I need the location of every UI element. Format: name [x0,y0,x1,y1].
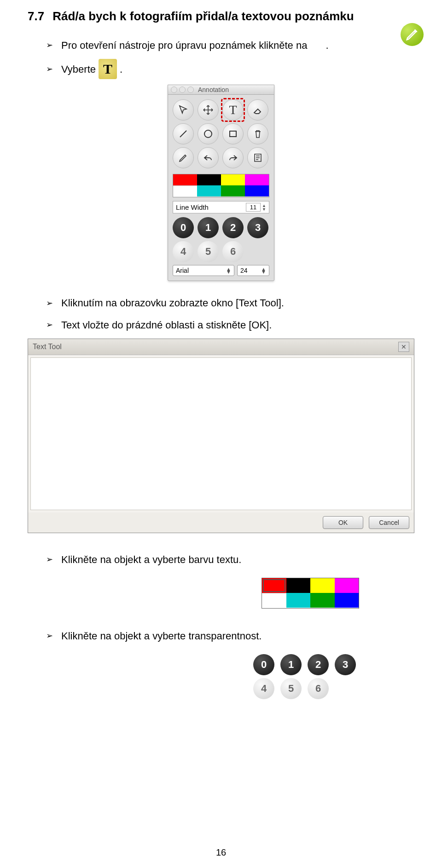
trans-5[interactable]: 5 [198,241,219,262]
ok-button[interactable]: OK [323,516,363,529]
rect-tool-button[interactable] [222,123,244,144]
text-tool-title: Text Tool [33,343,62,351]
line-width-label: Line Width [176,203,209,211]
section-heading: 7.7 Rád/a bych k fotografiím přidal/a te… [28,9,414,23]
swatch-magenta[interactable] [245,174,269,185]
color-swatch-grid [173,174,269,197]
trans-0[interactable]: 0 [173,217,194,238]
bullet-1-text-b: . [326,37,328,53]
swatch-blue[interactable] [335,593,359,608]
trans-3[interactable]: 3 [335,654,356,675]
bullet-2-text-a: Vyberte [61,61,96,77]
trans-1[interactable]: 1 [280,654,302,675]
page-number: 16 [0,847,442,858]
annotation-pencil-icon[interactable] [401,23,424,46]
t-glyph: T [103,58,112,80]
trans-5[interactable]: 5 [280,678,302,699]
bullet-arrow-icon: ➢ [46,553,53,566]
bullet-1-text-a: Pro otevření nástroje pro úpravu poznáme… [61,37,307,53]
line-tool-button[interactable] [173,123,194,144]
bullet-2: ➢ Vyberte T . [46,59,414,79]
cancel-button[interactable]: Cancel [369,516,409,529]
chevron-updown-icon: ▲▼ [261,268,266,273]
bullet-6: ➢ Klikněte na objekt a vyberte transpare… [46,628,414,644]
swatch-black[interactable] [286,578,311,593]
redo-tool-button[interactable] [222,147,244,168]
swatch-cyan[interactable] [286,593,311,608]
trans-3[interactable]: 3 [247,217,268,238]
text-tool-textarea[interactable] [30,357,412,510]
text-tool-icon[interactable]: T [99,59,117,79]
svg-rect-2 [230,131,236,137]
svg-line-0 [180,131,186,137]
swatch-cyan[interactable] [197,185,221,196]
pencil-icon [405,28,419,41]
font-size-value: 24 [240,267,248,274]
chevron-updown-icon: ▲▼ [226,268,231,273]
bullet-2-text-b: . [120,61,122,77]
line-width-row: Line Width ▲▼ [173,201,269,213]
line-width-input[interactable] [246,203,261,212]
transparency-grid-small: 0 1 2 3 4 5 6 [253,654,359,699]
trash-tool-button[interactable] [247,123,268,144]
bullet-1: ➢ Pro otevření nástroje pro úpravu pozná… [46,37,414,53]
annotation-panel: Annotation T Line Width [168,85,274,281]
bullet-3-text: Kliknutím na obrazovku zobrazte okno [Te… [61,295,284,311]
line-width-stepper[interactable]: ▲▼ [262,204,266,211]
color-swatch-grid-small [262,578,359,609]
heading-number: 7.7 [28,9,44,23]
move-tool-button[interactable] [198,99,219,121]
trans-6[interactable]: 6 [222,241,244,262]
trans-4[interactable]: 4 [173,241,194,262]
close-button[interactable]: ✕ [398,342,409,352]
selected-highlight [221,98,245,122]
trans-4[interactable]: 4 [253,678,274,699]
font-size-dropdown[interactable]: 24 ▲▼ [237,265,269,276]
bullet-6-text: Klikněte na objekt a vyberte transparent… [61,628,262,644]
eraser-tool-button[interactable] [247,99,268,121]
text-tool-window: Text Tool ✕ OK Cancel [28,339,414,533]
transparency-grid: 0 1 2 3 4 5 6 [168,217,274,265]
pointer-tool-button[interactable] [173,99,194,121]
heading-text: Rád/a bych k fotografiím přidal/a textov… [52,9,354,23]
font-name-value: Arial [176,267,189,274]
swatch-green[interactable] [221,185,245,196]
swatch-blue[interactable] [245,185,269,196]
note-tool-button[interactable] [247,147,268,168]
swatch-green[interactable] [310,593,335,608]
undo-tool-button[interactable] [198,147,219,168]
pencil-tool-button[interactable] [173,147,194,168]
swatch-yellow[interactable] [221,174,245,185]
bullet-arrow-icon: ➢ [46,39,53,52]
swatch-white[interactable] [173,185,197,197]
trans-2[interactable]: 2 [308,654,329,675]
trans-2[interactable]: 2 [222,217,244,238]
bullet-5-text: Klikněte na objekt a vyberte barvu textu… [61,552,241,568]
swatch-red[interactable] [173,174,197,185]
swatch-black[interactable] [197,174,221,185]
bullet-4: ➢ Text vložte do prázdné oblasti a stisk… [46,317,414,333]
traffic-lights[interactable] [171,86,194,93]
trans-6[interactable]: 6 [308,678,329,699]
font-name-dropdown[interactable]: Arial ▲▼ [173,265,234,276]
trans-0[interactable]: 0 [253,654,274,675]
bullet-3: ➢ Kliknutím na obrazovku zobrazte okno [… [46,295,414,311]
annotation-panel-titlebar: Annotation [168,85,274,95]
trans-1[interactable]: 1 [198,217,219,238]
bullet-arrow-icon: ➢ [46,63,53,76]
bullet-arrow-icon: ➢ [46,318,53,332]
bullet-5: ➢ Klikněte na objekt a vyberte barvu tex… [46,552,414,568]
bullet-arrow-icon: ➢ [46,297,53,310]
swatch-white[interactable] [262,593,286,608]
bullet-arrow-icon: ➢ [46,629,53,643]
svg-point-1 [204,130,212,138]
swatch-red[interactable] [262,578,286,593]
annotation-panel-title: Annotation [198,86,229,93]
text-tool-button[interactable]: T [222,99,244,121]
text-tool-titlebar: Text Tool ✕ [28,339,414,355]
swatch-yellow[interactable] [310,578,335,593]
swatch-magenta[interactable] [335,578,359,593]
circle-tool-button[interactable] [198,123,219,144]
bullet-4-text: Text vložte do prázdné oblasti a stiskně… [61,317,272,333]
